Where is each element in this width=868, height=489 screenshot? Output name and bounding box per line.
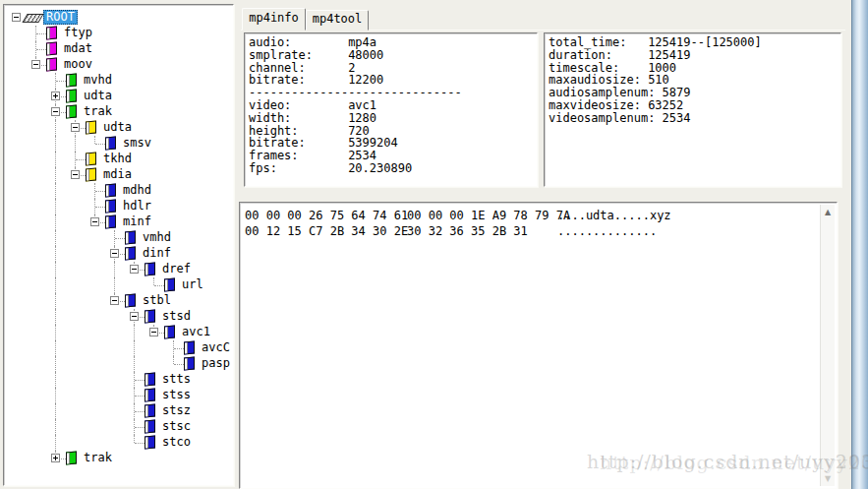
expander-minus-icon[interactable] [71, 123, 80, 132]
expander-minus-icon[interactable] [130, 312, 139, 321]
tree-node-icon [66, 105, 77, 119]
tree-node-label[interactable]: udta [100, 120, 135, 135]
scrollbar-down-icon[interactable]: ▼ [821, 474, 835, 483]
scrollbar-up-icon[interactable]: ▲ [821, 208, 835, 216]
tree-item-trak[interactable]: trak [4, 104, 233, 120]
hex-bytes-group1: 00 00 00 26 75 64 74 61 [245, 209, 408, 223]
tree-node-label[interactable]: stsz [159, 403, 194, 418]
tree-node-icon [86, 168, 96, 182]
tree-node-label[interactable]: stsc [159, 419, 194, 434]
expander-minus-icon[interactable] [149, 328, 158, 336]
tree-guide-line [55, 372, 56, 388]
tab-mp4tool[interactable]: mp4tool [306, 10, 369, 31]
tree-node-label[interactable]: ROOT [43, 10, 78, 25]
tree-item-mvhd[interactable]: mvhd [4, 73, 233, 89]
tree-node-label[interactable]: mdhd [120, 183, 154, 198]
expander-minus-icon[interactable] [31, 60, 40, 69]
tree-guide-line [55, 403, 56, 419]
tree-node-label[interactable]: mvhd [81, 73, 115, 88]
tree-guide-line [55, 167, 56, 183]
tree-item-stsc[interactable]: stsc [4, 419, 233, 435]
tree-item-dref[interactable]: dref [4, 262, 233, 277]
tree-node-label[interactable]: url [179, 277, 206, 292]
tree-item-stco[interactable]: stco [4, 435, 233, 451]
expander-minus-icon[interactable] [51, 107, 60, 116]
tree-node-icon [86, 153, 96, 166]
expander-minus-icon[interactable] [110, 296, 119, 305]
expander-minus-icon[interactable] [130, 265, 139, 274]
tree-node-label[interactable]: udta [81, 89, 115, 103]
tree-node-label[interactable]: trak [81, 451, 115, 465]
tree-item-pasp[interactable]: pasp [4, 356, 233, 372]
tree-item-udta[interactable]: udta [4, 89, 233, 104]
tree-node-label[interactable]: vmhd [140, 230, 174, 245]
tree-node-label[interactable]: mdia [100, 167, 135, 182]
tree-node-label[interactable]: smsv [120, 136, 154, 151]
tree-item-mdhd[interactable]: mdhd [4, 183, 233, 199]
tree-node-label[interactable]: stsd [159, 309, 194, 324]
hex-bytes-group2: 00 00 00 1E A9 78 79 7A [407, 209, 570, 223]
tree-node-label[interactable]: avcC [199, 340, 233, 355]
tree-item-stbl[interactable]: stbl [4, 293, 233, 309]
tree-guide-line [55, 199, 56, 214]
tree-item-dinf[interactable]: dinf [4, 246, 233, 262]
tree-node-label[interactable]: moov [61, 57, 95, 72]
tree-node-icon [145, 263, 155, 276]
expander-minus-icon[interactable] [90, 217, 99, 226]
tree-item-mdat[interactable]: mdat [4, 41, 233, 57]
tree-item-avc1[interactable]: avc1 [4, 325, 233, 340]
tree-node-label[interactable]: mdat [61, 41, 95, 56]
tree-node-label[interactable]: ftyp [61, 26, 95, 40]
tree-item-stss[interactable]: stss [4, 388, 233, 403]
tree-guide-line [154, 285, 164, 286]
tree-item-tkhd[interactable]: tkhd [4, 152, 233, 167]
tree-node-label[interactable]: pasp [199, 356, 233, 371]
tree-guide-line [55, 183, 56, 199]
tab-mp4info[interactable]: mp4info [242, 8, 306, 31]
tree-node-label[interactable]: stbl [140, 293, 174, 308]
tree-node-icon [125, 294, 136, 308]
tree-node-label[interactable]: dref [159, 262, 194, 276]
tree-item-hdlr[interactable]: hdlr [4, 199, 233, 214]
tree-item-avcC[interactable]: avcC [4, 340, 233, 356]
tree-item-smsv[interactable]: smsv [4, 136, 233, 152]
tree-item-mdia[interactable]: mdia [4, 167, 233, 183]
tree-node-label[interactable]: stts [159, 372, 194, 387]
tree-guide-line [95, 207, 105, 208]
tree-item-moov[interactable]: moov [4, 57, 233, 73]
expander-plus-icon[interactable] [51, 92, 60, 100]
tree-item-ftyp[interactable]: ftyp [4, 26, 233, 41]
tree-item-vmhd[interactable]: vmhd [4, 230, 233, 246]
tree-item-trak[interactable]: trak [4, 451, 233, 466]
hex-scrollbar[interactable]: ▲ ▼ [820, 205, 835, 486]
info-line: video: avc1 [249, 99, 537, 112]
tree-node-label[interactable]: tkhd [100, 152, 135, 166]
expander-minus-icon[interactable] [110, 249, 119, 258]
tree-node-icon [145, 389, 155, 402]
tree-item-stts[interactable]: stts [4, 372, 233, 388]
tree-node-label[interactable]: trak [81, 104, 115, 119]
tree-node-label[interactable]: minf [120, 214, 154, 229]
tree-guide-line [55, 340, 56, 356]
expander-minus-icon[interactable] [71, 170, 80, 179]
tree-guide-line [114, 277, 115, 293]
tree-node-label[interactable]: stss [159, 388, 194, 402]
tree-item-stsz[interactable]: stsz [4, 403, 233, 419]
tree-item-url[interactable]: url [4, 277, 233, 293]
tree-item-ROOT[interactable]: ROOT [4, 10, 233, 26]
tree-node-label[interactable]: hdlr [120, 199, 154, 214]
expander-minus-icon[interactable] [12, 13, 21, 22]
tree-item-udta[interactable]: udta [4, 120, 233, 136]
tree-item-stsd[interactable]: stsd [4, 309, 233, 325]
tree-guide-line [135, 427, 145, 428]
tree-node-icon [46, 58, 57, 72]
tree-guide-line [55, 293, 56, 309]
tree-node-label[interactable]: stco [159, 435, 194, 450]
tree-guide-line [94, 136, 95, 144]
tree-node-label[interactable]: dinf [140, 246, 174, 261]
info-line: duration: 125419 [549, 49, 840, 62]
expander-plus-icon[interactable] [51, 454, 60, 462]
tree-node-label[interactable]: avc1 [179, 325, 213, 339]
tree-guide-line [134, 356, 135, 372]
tree-item-minf[interactable]: minf [4, 214, 233, 230]
